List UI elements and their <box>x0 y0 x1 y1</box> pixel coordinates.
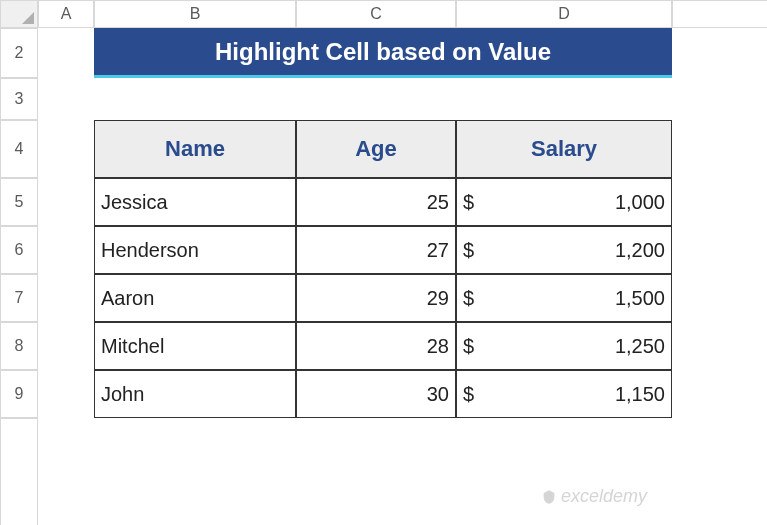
cell-age-2[interactable]: 29 <box>296 274 456 322</box>
cell-salary-2[interactable]: $ 1,500 <box>456 274 672 322</box>
cell-a6[interactable] <box>38 226 94 274</box>
select-all-icon <box>22 12 34 24</box>
spreadsheet-grid: A B C D 2 3 4 5 6 7 8 9 Highlight Cell b… <box>0 0 767 525</box>
cell-name-2[interactable]: Aaron <box>94 274 296 322</box>
cell-e8[interactable] <box>672 322 767 370</box>
salary-value: 1,500 <box>615 287 665 310</box>
salary-value: 1,200 <box>615 239 665 262</box>
row-header-empty[interactable] <box>0 418 38 525</box>
row-header-9[interactable]: 9 <box>0 370 38 418</box>
cell-name-3[interactable]: Mitchel <box>94 322 296 370</box>
cell-b3[interactable] <box>94 78 296 120</box>
header-salary[interactable]: Salary <box>456 120 672 178</box>
cell-age-0[interactable]: 25 <box>296 178 456 226</box>
cell-e4[interactable] <box>672 120 767 178</box>
watermark: exceldemy <box>541 486 647 507</box>
currency-symbol: $ <box>463 191 474 214</box>
currency-symbol: $ <box>463 239 474 262</box>
cell-b-bottom[interactable] <box>94 418 296 525</box>
currency-symbol: $ <box>463 287 474 310</box>
row-header-5[interactable]: 5 <box>0 178 38 226</box>
cell-a5[interactable] <box>38 178 94 226</box>
cell-d-bottom[interactable] <box>456 418 672 525</box>
cell-c-bottom[interactable] <box>296 418 456 525</box>
cell-a9[interactable] <box>38 370 94 418</box>
currency-symbol: $ <box>463 383 474 406</box>
row-header-8[interactable]: 8 <box>0 322 38 370</box>
header-age[interactable]: Age <box>296 120 456 178</box>
cell-a2[interactable] <box>38 28 94 78</box>
cell-salary-1[interactable]: $ 1,200 <box>456 226 672 274</box>
cell-e2[interactable] <box>672 28 767 78</box>
cell-a8[interactable] <box>38 322 94 370</box>
select-all-corner[interactable] <box>0 0 38 28</box>
salary-value: 1,150 <box>615 383 665 406</box>
cell-age-4[interactable]: 30 <box>296 370 456 418</box>
watermark-icon <box>541 489 557 505</box>
cell-name-1[interactable]: Henderson <box>94 226 296 274</box>
header-name[interactable]: Name <box>94 120 296 178</box>
cell-age-1[interactable]: 27 <box>296 226 456 274</box>
currency-symbol: $ <box>463 335 474 358</box>
cell-a-bottom[interactable] <box>38 418 94 525</box>
cell-age-3[interactable]: 28 <box>296 322 456 370</box>
cell-a3[interactable] <box>38 78 94 120</box>
watermark-text: exceldemy <box>561 486 647 507</box>
col-header-empty[interactable] <box>672 0 767 28</box>
cell-name-4[interactable]: John <box>94 370 296 418</box>
cell-salary-0[interactable]: $ 1,000 <box>456 178 672 226</box>
row-header-6[interactable]: 6 <box>0 226 38 274</box>
cell-e5[interactable] <box>672 178 767 226</box>
cell-e6[interactable] <box>672 226 767 274</box>
row-header-4[interactable]: 4 <box>0 120 38 178</box>
cell-e-bottom[interactable] <box>672 418 767 525</box>
salary-value: 1,000 <box>615 191 665 214</box>
cell-e7[interactable] <box>672 274 767 322</box>
cell-c3[interactable] <box>296 78 456 120</box>
col-header-a[interactable]: A <box>38 0 94 28</box>
cell-name-0[interactable]: Jessica <box>94 178 296 226</box>
cell-a7[interactable] <box>38 274 94 322</box>
cell-a4[interactable] <box>38 120 94 178</box>
cell-salary-3[interactable]: $ 1,250 <box>456 322 672 370</box>
cell-e3[interactable] <box>672 78 767 120</box>
col-header-d[interactable]: D <box>456 0 672 28</box>
col-header-b[interactable]: B <box>94 0 296 28</box>
salary-value: 1,250 <box>615 335 665 358</box>
cell-salary-4[interactable]: $ 1,150 <box>456 370 672 418</box>
row-header-2[interactable]: 2 <box>0 28 38 78</box>
cell-d3[interactable] <box>456 78 672 120</box>
row-header-7[interactable]: 7 <box>0 274 38 322</box>
cell-e9[interactable] <box>672 370 767 418</box>
row-header-3[interactable]: 3 <box>0 78 38 120</box>
col-header-c[interactable]: C <box>296 0 456 28</box>
title-banner[interactable]: Highlight Cell based on Value <box>94 28 672 78</box>
